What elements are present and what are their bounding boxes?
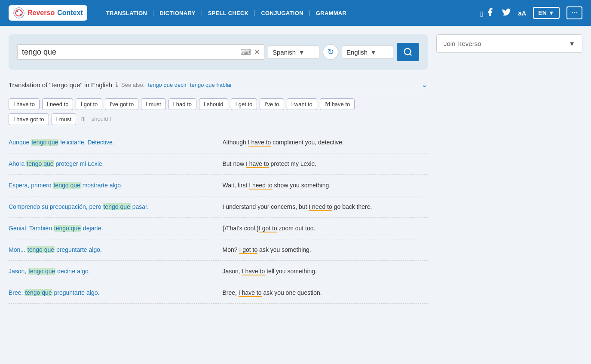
twitter-icon[interactable] — [502, 7, 511, 19]
logo[interactable]: Reverso Context — [9, 5, 87, 21]
tag-id-have-to[interactable]: I'd have to — [320, 98, 355, 110]
target-lang-label: English — [346, 49, 367, 56]
source-highlight: tengo que — [26, 160, 54, 167]
tag-ive-got-to[interactable]: I've got to — [105, 98, 138, 110]
source-language-select[interactable]: Spanish ▼ — [268, 46, 319, 59]
tag-i-must-2[interactable]: I must — [52, 113, 76, 125]
tag-i-want-to[interactable]: I want to — [287, 98, 317, 110]
header: Reverso Context TRANSLATION DICTIONARY S… — [0, 0, 591, 26]
source-lang-label: Spanish — [273, 49, 296, 56]
nav-spell-check[interactable]: SPELL CHECK — [202, 10, 255, 16]
search-input[interactable] — [22, 48, 238, 57]
table-row: Aunque tengo que felicitarle, Detective.… — [9, 132, 428, 153]
source-highlight: tengo que — [103, 203, 130, 210]
example-source: Genial. También tengo que dejarte. — [9, 224, 223, 233]
facebook-icon[interactable]:  — [481, 7, 495, 19]
target-highlight: I have to — [246, 160, 269, 168]
table-row: Ahora tengo que proteger mi Lexie. But n… — [9, 153, 428, 175]
example-target: Although I have to compliment you, detec… — [223, 138, 428, 147]
target-language-select[interactable]: English ▼ — [342, 46, 393, 59]
search-input-wrapper: ⌨ ✕ — [17, 44, 264, 60]
page-body: ⌨ ✕ Spanish ▼ ↻ English ▼ — [0, 26, 591, 312]
source-highlight: tengo que — [31, 139, 58, 146]
nav-dictionary[interactable]: DICTIONARY — [153, 10, 202, 16]
tag-ive-to[interactable]: I've to — [260, 98, 284, 110]
svg-line-2 — [410, 54, 411, 55]
example-source: Comprendo su preocupación, pero tengo qu… — [9, 202, 223, 211]
sidebar: Join Reverso ▼ — [436, 34, 582, 304]
tag-i-have-got-to[interactable]: I have got to — [9, 113, 49, 125]
target-highlight: I got to — [259, 225, 277, 232]
header-right:  aA EN ▼ ··· — [481, 6, 582, 19]
join-reverso-button[interactable]: Join Reverso ▼ — [436, 34, 582, 53]
swap-languages-button[interactable]: ↻ — [323, 44, 338, 60]
examples-list: Aunque tengo que felicitarle, Detective.… — [9, 132, 428, 304]
search-container: ⌨ ✕ Spanish ▼ ↻ English ▼ — [9, 34, 428, 70]
see-also-link-2[interactable]: tengo que hablar — [190, 82, 232, 88]
source-highlight: tengo que — [54, 225, 81, 232]
target-lang-arrow: ▼ — [370, 49, 377, 56]
logo-context: Context — [57, 9, 83, 17]
join-reverso-arrow: ▼ — [569, 40, 575, 47]
target-highlight: I need to — [309, 203, 332, 211]
nav-conjugation[interactable]: CONJUGATION — [255, 10, 309, 16]
source-lang-arrow: ▼ — [298, 49, 305, 56]
tag-ill[interactable]: I'll — [79, 113, 87, 125]
example-source: Espera, primero tengo que mostrarte algo… — [9, 181, 223, 190]
tags-row-2: I have got to I must I'll should I — [9, 113, 428, 125]
translation-title: Translation of "tengo que" in English — [9, 81, 112, 89]
nav-translation[interactable]: TRANSLATION — [100, 10, 154, 16]
join-reverso-label: Join Reverso — [444, 40, 481, 47]
main-section: ⌨ ✕ Spanish ▼ ↻ English ▼ — [9, 34, 428, 304]
table-row: Comprendo su preocupación, pero tengo qu… — [9, 196, 428, 218]
tag-i-have-to[interactable]: I have to — [9, 98, 40, 110]
search-button[interactable] — [397, 43, 419, 61]
tag-i-get-to[interactable]: I get to — [231, 98, 257, 110]
example-source: Mon... tengo que preguntarte algo. — [9, 245, 223, 254]
target-highlight: I have to — [248, 139, 271, 147]
translation-header: Translation of "tengo que" in English ℹ … — [9, 76, 428, 93]
table-row: Mon... tengo que preguntarte algo. Mon? … — [9, 239, 428, 261]
clear-icon[interactable]: ✕ — [254, 48, 260, 56]
language-selector[interactable]: EN ▼ — [533, 7, 559, 19]
lang-arrow: ▼ — [548, 9, 554, 16]
nav-grammar[interactable]: GRAMMAR — [310, 10, 352, 16]
tag-i-got-to[interactable]: I got to — [76, 98, 102, 110]
example-source: Bree, tengo que preguntarte algo. — [9, 288, 223, 297]
example-source: Ahora tengo que proteger mi Lexie. — [9, 159, 223, 168]
more-button[interactable]: ··· — [567, 6, 582, 19]
example-target: Jason, I have to tell you something. — [223, 267, 428, 276]
table-row: Genial. También tengo que dejarte. {\Tha… — [9, 218, 428, 239]
search-icon — [403, 47, 413, 57]
see-also-link-1[interactable]: tengo que decir — [148, 82, 187, 88]
example-target: But now I have to protect my Lexie. — [223, 159, 428, 168]
keyboard-icon[interactable]: ⌨ — [240, 47, 251, 57]
example-source: Jason, tengo que decirte algo. — [9, 267, 223, 276]
example-target: Bree, I have to ask you one question. — [223, 288, 428, 297]
target-highlight: I need to — [249, 182, 273, 190]
table-row: Jason, tengo que decirte algo. Jason, I … — [9, 261, 428, 282]
info-icon[interactable]: ℹ — [116, 81, 118, 88]
table-row: Bree, tengo que preguntarte algo. Bree, … — [9, 282, 428, 304]
source-highlight: tengo que — [53, 182, 80, 189]
example-target: Mon? I got to ask you something. — [223, 245, 428, 254]
tag-i-should[interactable]: I should — [199, 98, 228, 110]
lang-label: EN — [538, 9, 546, 16]
table-row: Espera, primero tengo que mostrarte algo… — [9, 175, 428, 196]
source-highlight: tengo que — [24, 289, 52, 296]
example-target: I understand your concerns, but I need t… — [223, 202, 428, 211]
tag-i-had-to[interactable]: I had to — [168, 98, 196, 110]
target-highlight: I got to — [239, 246, 257, 254]
tag-i-must-1[interactable]: I must — [141, 98, 165, 110]
svg-point-1 — [404, 49, 411, 55]
source-highlight: tengo que — [27, 246, 55, 253]
tag-i-need-to[interactable]: I need to — [42, 98, 73, 110]
twitter-svg — [502, 7, 511, 17]
example-source: Aunque tengo que felicitarle, Detective. — [9, 138, 223, 147]
logo-icon — [13, 7, 25, 19]
tag-should-i[interactable]: should I — [90, 113, 113, 125]
font-size-button[interactable]: aA — [518, 9, 526, 17]
expand-icon[interactable]: ⌄ — [421, 80, 428, 89]
see-also-label: See also: — [121, 82, 144, 88]
target-highlight: I have to — [242, 268, 265, 275]
